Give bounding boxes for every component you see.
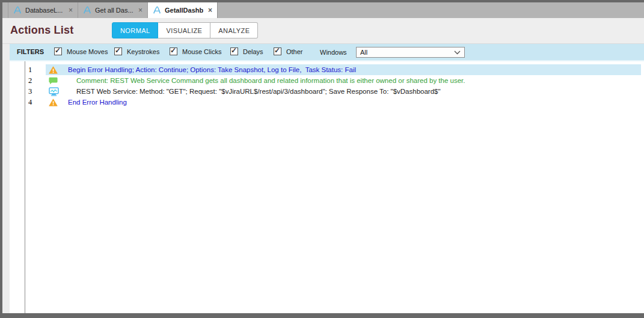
close-icon[interactable]: ×	[137, 7, 143, 14]
checkbox-label: Delays	[243, 48, 263, 55]
checkbox-icon[interactable]	[274, 47, 281, 55]
analyze-mode-button[interactable]: ANALYZE	[210, 22, 258, 38]
checkbox-icon[interactable]	[230, 47, 238, 55]
close-icon[interactable]: ×	[67, 7, 73, 14]
action-text: Comment: REST Web Service Command gets a…	[76, 77, 465, 84]
checkbox-label: Mouse Moves	[67, 48, 108, 55]
warning-icon	[49, 66, 59, 75]
row-body[interactable]: Comment: REST Web Service Command gets a…	[46, 75, 641, 86]
app-window: DatabaseL... × Get all Das... × GetallDa…	[0, 0, 644, 318]
action-text: End Error Handling	[68, 99, 127, 106]
action-row-comment[interactable]: 2 Comment: REST Web Service Command gets…	[25, 75, 644, 86]
checkbox-label: Mouse Clicks	[182, 48, 221, 55]
action-row-rest-web-service[interactable]: 3 REST Web Service: Method: "GET"; Reque…	[25, 86, 644, 97]
windows-dropdown[interactable]: All	[356, 47, 465, 58]
window-frame-top	[0, 0, 644, 2]
checkbox-label: Other	[286, 48, 303, 55]
checkbox-icon[interactable]	[54, 47, 62, 55]
app-logo-icon	[13, 6, 22, 14]
filter-mouse-clicks[interactable]: Mouse Clicks	[170, 47, 221, 55]
windows-label: Windows	[320, 49, 347, 56]
normal-mode-button[interactable]: NORMAL	[112, 22, 158, 38]
visualize-mode-button[interactable]: VISUALIZE	[158, 22, 210, 38]
action-text: REST Web Service: Method: "GET"; Request…	[76, 88, 441, 95]
page-title: Actions List	[10, 24, 73, 37]
tab-label: GetallDashb...	[165, 7, 203, 14]
filter-delays[interactable]: Delays	[230, 47, 263, 55]
header: Actions List NORMAL VISUALIZE ANALYZE	[2, 18, 644, 44]
warning-icon	[49, 98, 59, 107]
close-icon[interactable]: ×	[207, 7, 212, 14]
app-logo-icon	[153, 6, 161, 14]
filter-keystrokes[interactable]: Keystrokes	[114, 47, 159, 55]
actions-rows: 1 Begin Error Handling; Action: Continue…	[25, 64, 644, 108]
checkbox-icon[interactable]	[114, 47, 122, 55]
tab-get-all-das[interactable]: Get all Das... ×	[78, 2, 148, 18]
window-frame-left	[0, 0, 2, 318]
tab-bar: DatabaseL... × Get all Das... × GetallDa…	[2, 2, 644, 18]
filters-label: FILTERS	[17, 48, 44, 55]
line-number: 2	[25, 76, 46, 85]
window-frame-bottom	[0, 313, 644, 318]
filter-other[interactable]: Other	[274, 47, 303, 55]
checkbox-icon[interactable]	[170, 47, 177, 55]
filter-mouse-moves[interactable]: Mouse Moves	[54, 47, 108, 55]
chevron-down-icon	[454, 50, 461, 55]
view-mode-switch: NORMAL VISUALIZE ANALYZE	[112, 22, 258, 38]
filters-bar: FILTERS Mouse Moves Keystrokes Mouse Cli…	[10, 43, 644, 61]
tab-database[interactable]: DatabaseL... ×	[8, 2, 78, 18]
line-number: 3	[25, 87, 46, 96]
row-body[interactable]: Begin Error Handling; Action: Continue; …	[46, 64, 641, 75]
tab-label: Get all Das...	[95, 7, 133, 14]
app-logo-icon	[83, 6, 91, 14]
action-row-begin-error-handling[interactable]: 1 Begin Error Handling; Action: Continue…	[25, 64, 644, 75]
line-number: 1	[25, 66, 46, 75]
row-body[interactable]: End Error Handling	[46, 97, 641, 108]
actions-list-panel: 1 Begin Error Handling; Action: Continue…	[10, 61, 644, 313]
action-text: Begin Error Handling; Action: Continue; …	[68, 66, 356, 73]
comment-icon	[49, 76, 59, 85]
tab-label: DatabaseL...	[25, 7, 64, 14]
checkbox-label: Keystrokes	[127, 48, 159, 55]
windows-dropdown-value: All	[360, 49, 454, 56]
rest-web-service-icon	[49, 87, 59, 96]
action-row-end-error-handling[interactable]: 4 End Error Handling	[25, 97, 644, 108]
tab-getalldashb-active[interactable]: GetallDashb... ×	[148, 2, 218, 18]
row-body[interactable]: REST Web Service: Method: "GET"; Request…	[46, 86, 641, 97]
line-number: 4	[25, 98, 46, 107]
